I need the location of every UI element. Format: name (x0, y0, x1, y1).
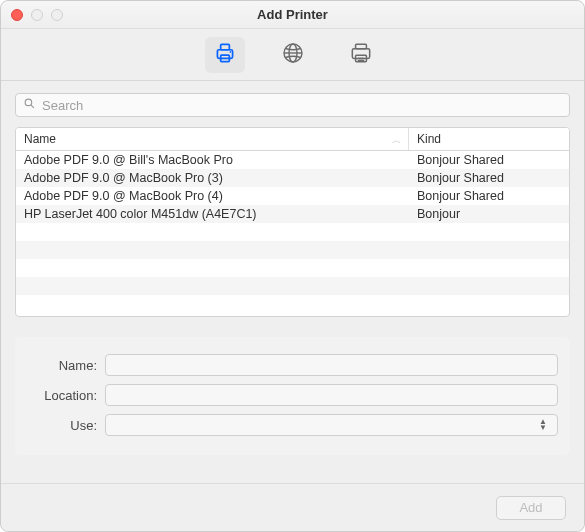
svg-point-12 (25, 99, 32, 106)
search-icon (23, 97, 36, 113)
column-name-label: Name (24, 132, 56, 146)
location-label: Location: (25, 388, 105, 403)
svg-rect-8 (355, 44, 366, 48)
list-item[interactable]: Adobe PDF 9.0 @ MacBook Pro (4) Bonjour … (16, 187, 569, 205)
toolbar (1, 29, 584, 81)
printer-name: Adobe PDF 9.0 @ MacBook Pro (4) (16, 189, 409, 203)
add-button-label: Add (519, 500, 542, 515)
svg-rect-0 (217, 50, 232, 59)
add-button[interactable]: Add (496, 496, 566, 520)
location-field[interactable] (105, 384, 558, 406)
content-area: Name 〈 Kind Adobe PDF 9.0 @ Bill's MacBo… (1, 81, 584, 483)
printer-kind: Bonjour Shared (409, 189, 569, 203)
globe-icon (281, 41, 305, 68)
list-item[interactable]: HP LaserJet 400 color M451dw (A4E7C1) Bo… (16, 205, 569, 223)
printer-list: Name 〈 Kind Adobe PDF 9.0 @ Bill's MacBo… (15, 127, 570, 317)
name-label: Name: (25, 358, 105, 373)
titlebar: Add Printer (1, 1, 584, 29)
list-item (16, 259, 569, 277)
advanced-printer-icon (348, 40, 374, 69)
search-field-wrap (15, 93, 570, 117)
printer-name: Adobe PDF 9.0 @ MacBook Pro (3) (16, 171, 409, 185)
svg-line-13 (31, 105, 34, 108)
printer-name: HP LaserJet 400 color M451dw (A4E7C1) (16, 207, 409, 221)
printer-details-form: Name: Location: Use: ▲▼ (15, 337, 570, 455)
svg-point-3 (229, 51, 231, 53)
column-header-name[interactable]: Name 〈 (16, 128, 409, 150)
list-item[interactable]: Adobe PDF 9.0 @ Bill's MacBook Pro Bonjo… (16, 151, 569, 169)
list-item (16, 241, 569, 259)
column-header-kind[interactable]: Kind (409, 128, 569, 150)
footer: Add (1, 483, 584, 531)
printer-icon (212, 40, 238, 69)
list-header: Name 〈 Kind (16, 128, 569, 151)
printer-name: Adobe PDF 9.0 @ Bill's MacBook Pro (16, 153, 409, 167)
use-label: Use: (25, 418, 105, 433)
chevron-updown-icon: ▲▼ (535, 419, 551, 431)
search-input[interactable] (15, 93, 570, 117)
name-field[interactable] (105, 354, 558, 376)
list-item (16, 295, 569, 313)
windows-tab[interactable] (341, 37, 381, 73)
column-kind-label: Kind (417, 132, 441, 146)
list-rows: Adobe PDF 9.0 @ Bill's MacBook Pro Bonjo… (16, 151, 569, 316)
printer-kind: Bonjour Shared (409, 171, 569, 185)
printer-kind: Bonjour (409, 207, 569, 221)
default-tab[interactable] (205, 37, 245, 73)
list-item[interactable]: Adobe PDF 9.0 @ MacBook Pro (3) Bonjour … (16, 169, 569, 187)
list-item (16, 277, 569, 295)
window-title: Add Printer (1, 7, 584, 22)
add-printer-window: Add Printer (0, 0, 585, 532)
list-item (16, 223, 569, 241)
sort-ascending-icon: 〈 (389, 135, 402, 144)
ip-tab[interactable] (273, 37, 313, 73)
svg-rect-1 (220, 44, 229, 49)
use-select[interactable]: ▲▼ (105, 414, 558, 436)
printer-kind: Bonjour Shared (409, 153, 569, 167)
